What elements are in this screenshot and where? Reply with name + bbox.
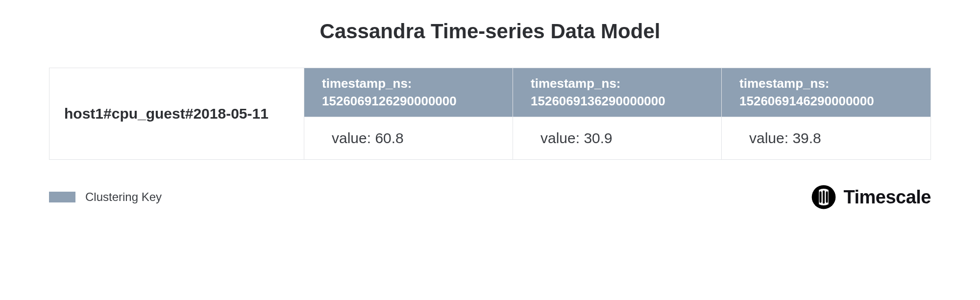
timestamp-value: 1526069126290000000: [322, 93, 495, 110]
timestamp-label: timestamp_ns:: [531, 75, 704, 92]
value-cell-2: value: 39.8: [722, 117, 931, 159]
timestamp-header-1: timestamp_ns: 1526069136290000000: [513, 68, 722, 117]
legend-label: Clustering Key: [85, 190, 162, 204]
timestamp-label: timestamp_ns:: [322, 75, 495, 92]
brand-logo: Timescale: [811, 184, 931, 210]
diagram-title: Cassandra Time-series Data Model: [49, 20, 931, 43]
timescale-icon: [811, 184, 836, 210]
data-model-grid: host1#cpu_guest#2018-05-11 timestamp_ns:…: [49, 68, 931, 160]
timestamp-label: timestamp_ns:: [739, 75, 913, 92]
timestamp-header-0: timestamp_ns: 1526069126290000000: [304, 68, 513, 117]
value-cell-0: value: 60.8: [304, 117, 513, 159]
legend: Clustering Key: [49, 190, 162, 204]
timestamp-value: 1526069146290000000: [739, 93, 913, 110]
partition-row-key: host1#cpu_guest#2018-05-11: [49, 68, 304, 159]
legend-swatch: [49, 192, 75, 202]
timestamp-value: 1526069136290000000: [531, 93, 704, 110]
value-cell-1: value: 30.9: [513, 117, 722, 159]
brand-name: Timescale: [843, 187, 931, 208]
timestamp-header-2: timestamp_ns: 1526069146290000000: [722, 68, 931, 117]
footer: Clustering Key Timescale: [49, 184, 931, 210]
